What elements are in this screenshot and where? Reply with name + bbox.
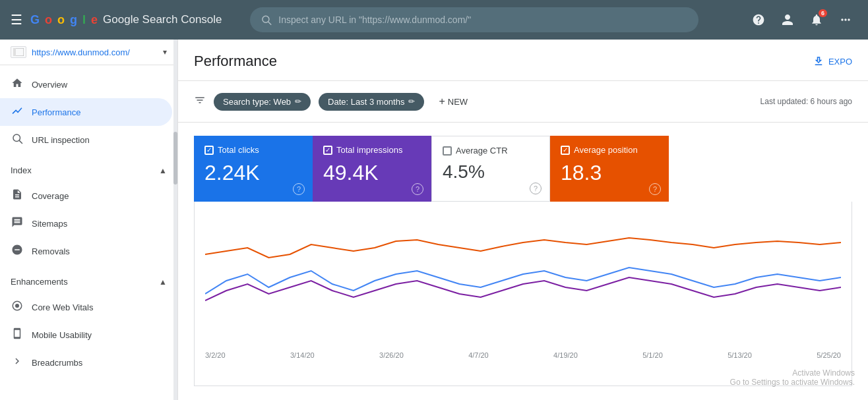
layout: https://www.dunmod.com/ ▾ Overview Perfo… bbox=[0, 40, 868, 400]
metrics-row: Total clicks 2.24K ? Total impressions 4… bbox=[178, 123, 868, 202]
index-chevron-icon: ▲ bbox=[159, 166, 167, 175]
help-button[interactable] bbox=[747, 8, 770, 32]
metric-total-clicks-header: Total clicks bbox=[204, 145, 302, 155]
sidebar-item-performance[interactable]: Performance bbox=[0, 98, 172, 126]
app-name: Google Search Console bbox=[103, 13, 222, 26]
date-filter[interactable]: Date: Last 3 months ✏ bbox=[319, 93, 424, 111]
logo-area: Google Google Search Console bbox=[30, 13, 222, 27]
x-label-0: 3/2/20 bbox=[205, 351, 226, 359]
sidebar-item-sitemaps[interactable]: Sitemaps bbox=[0, 210, 172, 237]
logo-e: e bbox=[91, 13, 98, 27]
metric-total-impressions[interactable]: Total impressions 49.4K ? bbox=[313, 136, 431, 202]
menu-icon[interactable]: ☰ bbox=[11, 12, 22, 28]
performance-label: Performance bbox=[32, 107, 80, 117]
search-icon bbox=[261, 14, 272, 26]
total-impressions-checkbox[interactable] bbox=[323, 146, 332, 155]
sidebar-item-breadcrumbs[interactable]: Breadcrumbs bbox=[0, 349, 172, 376]
svg-point-7 bbox=[15, 304, 19, 308]
x-label-4: 4/19/20 bbox=[553, 351, 578, 359]
svg-rect-3 bbox=[13, 48, 16, 56]
total-impressions-help-icon[interactable]: ? bbox=[412, 183, 423, 195]
metric-average-ctr-header: Average CTR bbox=[443, 146, 539, 156]
total-clicks-checkbox[interactable] bbox=[204, 146, 214, 155]
average-position-value: 18.3 bbox=[561, 160, 658, 185]
logo-l: l bbox=[82, 13, 86, 27]
apps-button[interactable] bbox=[834, 8, 857, 32]
average-position-checkbox[interactable] bbox=[561, 146, 570, 155]
total-clicks-value: 2.24K bbox=[204, 160, 302, 185]
logo-o1: o bbox=[45, 13, 52, 27]
url-inspect-icon bbox=[11, 132, 24, 147]
sitemaps-label: Sitemaps bbox=[32, 219, 67, 229]
accounts-button[interactable] bbox=[776, 8, 799, 32]
sidebar-item-overview[interactable]: Overview bbox=[0, 71, 172, 98]
index-section-header[interactable]: Index ▲ bbox=[11, 161, 167, 179]
mobile-usability-icon bbox=[11, 328, 24, 342]
enhancements-section-header[interactable]: Enhancements ▲ bbox=[11, 273, 167, 291]
average-ctr-checkbox[interactable] bbox=[443, 146, 452, 156]
sidebar-item-removals[interactable]: Removals bbox=[0, 237, 172, 265]
sidebar-nav: Overview Performance URL inspection Inde… bbox=[0, 65, 177, 382]
coverage-icon bbox=[11, 188, 24, 203]
export-button[interactable]: EXPO bbox=[813, 55, 852, 67]
total-clicks-label: Total clicks bbox=[218, 145, 259, 155]
date-edit-icon: ✏ bbox=[408, 97, 415, 106]
svg-line-5 bbox=[19, 140, 22, 143]
enhancements-section: Enhancements ▲ bbox=[0, 268, 177, 293]
metric-total-impressions-header: Total impressions bbox=[323, 145, 421, 155]
metric-average-ctr[interactable]: Average CTR 4.5% ? bbox=[431, 136, 550, 202]
main-content: Performance EXPO Search type: Web ✏ Date… bbox=[178, 40, 868, 400]
core-web-vitals-icon bbox=[11, 300, 24, 314]
total-clicks-help-icon[interactable]: ? bbox=[293, 183, 305, 195]
home-icon bbox=[11, 77, 24, 92]
average-position-help-icon[interactable]: ? bbox=[649, 183, 661, 195]
search-bar[interactable] bbox=[250, 7, 698, 32]
average-ctr-help-icon[interactable]: ? bbox=[530, 183, 542, 194]
metric-average-position-header: Average position bbox=[561, 145, 658, 155]
logo-g1: G bbox=[30, 13, 40, 27]
sidebar-item-coverage[interactable]: Coverage bbox=[0, 182, 172, 210]
index-section-title: Index bbox=[11, 165, 32, 175]
notifications-button[interactable]: 6 bbox=[805, 8, 828, 32]
sidebar: https://www.dunmod.com/ ▾ Overview Perfo… bbox=[0, 40, 178, 400]
index-section: Index ▲ bbox=[0, 156, 177, 182]
average-position-label: Average position bbox=[574, 145, 638, 155]
overview-label: Overview bbox=[32, 80, 67, 90]
enhancements-chevron-icon: ▲ bbox=[159, 277, 167, 287]
removals-label: Removals bbox=[32, 246, 70, 256]
x-label-3: 4/7/20 bbox=[468, 351, 489, 359]
new-filter-button[interactable]: + NEW bbox=[432, 92, 474, 111]
url-inspection-label: URL inspection bbox=[32, 135, 90, 145]
sidebar-scrollbar[interactable] bbox=[173, 40, 177, 400]
page-header: Performance EXPO bbox=[178, 40, 868, 81]
x-axis-labels: 3/2/20 3/14/20 3/26/20 4/7/20 4/19/20 5/… bbox=[205, 349, 841, 359]
scrollbar-thumb bbox=[173, 132, 177, 185]
sidebar-item-core-web-vitals[interactable]: Core Web Vitals bbox=[0, 293, 172, 321]
filter-icon[interactable] bbox=[194, 94, 206, 109]
position-line bbox=[205, 238, 841, 258]
removals-icon bbox=[11, 244, 24, 258]
sitemaps-icon bbox=[11, 216, 24, 231]
search-type-label: Search type: Web bbox=[223, 97, 291, 107]
property-selector[interactable]: https://www.dunmod.com/ ▾ bbox=[0, 40, 177, 65]
metric-total-clicks[interactable]: Total clicks 2.24K ? bbox=[194, 136, 313, 202]
url-inspect-input[interactable] bbox=[278, 14, 688, 25]
top-header: ☰ Google Google Search Console 6 bbox=[0, 0, 868, 40]
x-label-1: 3/14/20 bbox=[290, 351, 315, 359]
sidebar-item-url-inspection[interactable]: URL inspection bbox=[0, 126, 172, 154]
x-label-6: 5/13/20 bbox=[728, 351, 752, 359]
metric-average-position[interactable]: Average position 18.3 ? bbox=[550, 136, 669, 202]
search-type-filter[interactable]: Search type: Web ✏ bbox=[214, 93, 311, 111]
average-ctr-value: 4.5% bbox=[443, 161, 539, 183]
notification-badge: 6 bbox=[819, 9, 827, 17]
sidebar-item-mobile-usability[interactable]: Mobile Usability bbox=[0, 321, 172, 349]
performance-icon bbox=[11, 105, 24, 119]
chart-area: 3/2/20 3/14/20 3/26/20 4/7/20 4/19/20 5/… bbox=[194, 202, 852, 386]
logo-o2: o bbox=[57, 13, 65, 27]
logo-g2: g bbox=[70, 13, 77, 27]
date-label: Date: Last 3 months bbox=[328, 97, 404, 107]
svg-line-1 bbox=[268, 22, 271, 24]
enhancements-section-title: Enhancements bbox=[11, 277, 68, 287]
property-chevron-icon[interactable]: ▾ bbox=[163, 47, 167, 57]
header-actions: 6 bbox=[747, 8, 857, 32]
